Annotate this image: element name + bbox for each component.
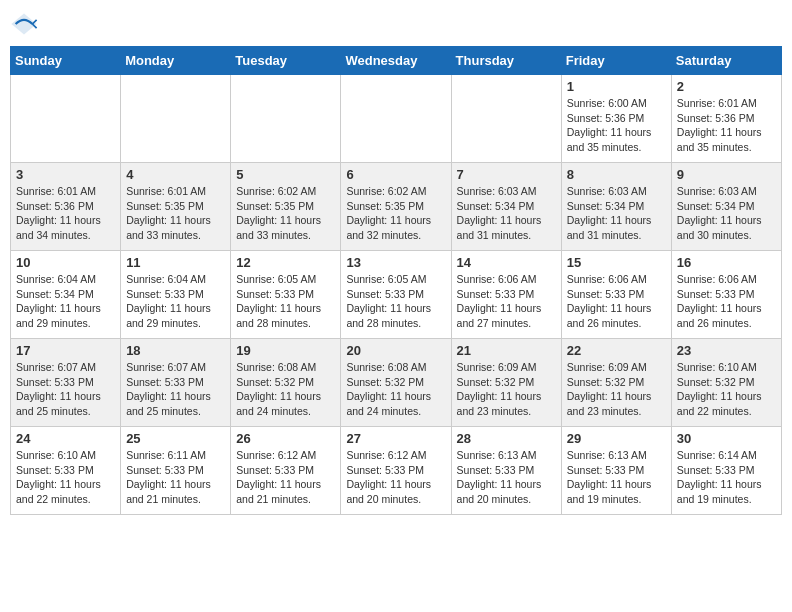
day-number: 21	[457, 343, 556, 358]
calendar-cell: 20Sunrise: 6:08 AM Sunset: 5:32 PM Dayli…	[341, 339, 451, 427]
calendar-cell: 26Sunrise: 6:12 AM Sunset: 5:33 PM Dayli…	[231, 427, 341, 515]
day-number: 17	[16, 343, 115, 358]
day-info: Sunrise: 6:01 AM Sunset: 5:36 PM Dayligh…	[677, 96, 776, 155]
day-info: Sunrise: 6:03 AM Sunset: 5:34 PM Dayligh…	[457, 184, 556, 243]
day-info: Sunrise: 6:08 AM Sunset: 5:32 PM Dayligh…	[236, 360, 335, 419]
day-number: 26	[236, 431, 335, 446]
weekday-thursday: Thursday	[451, 47, 561, 75]
day-info: Sunrise: 6:07 AM Sunset: 5:33 PM Dayligh…	[16, 360, 115, 419]
day-info: Sunrise: 6:09 AM Sunset: 5:32 PM Dayligh…	[567, 360, 666, 419]
calendar-cell: 27Sunrise: 6:12 AM Sunset: 5:33 PM Dayli…	[341, 427, 451, 515]
day-info: Sunrise: 6:10 AM Sunset: 5:32 PM Dayligh…	[677, 360, 776, 419]
weekday-monday: Monday	[121, 47, 231, 75]
day-info: Sunrise: 6:10 AM Sunset: 5:33 PM Dayligh…	[16, 448, 115, 507]
weekday-wednesday: Wednesday	[341, 47, 451, 75]
day-number: 16	[677, 255, 776, 270]
calendar-week-1: 1Sunrise: 6:00 AM Sunset: 5:36 PM Daylig…	[11, 75, 782, 163]
logo-icon	[10, 10, 38, 38]
calendar-cell: 5Sunrise: 6:02 AM Sunset: 5:35 PM Daylig…	[231, 163, 341, 251]
day-number: 10	[16, 255, 115, 270]
day-number: 15	[567, 255, 666, 270]
calendar-cell: 4Sunrise: 6:01 AM Sunset: 5:35 PM Daylig…	[121, 163, 231, 251]
day-number: 24	[16, 431, 115, 446]
calendar-cell: 12Sunrise: 6:05 AM Sunset: 5:33 PM Dayli…	[231, 251, 341, 339]
day-number: 19	[236, 343, 335, 358]
calendar-cell: 19Sunrise: 6:08 AM Sunset: 5:32 PM Dayli…	[231, 339, 341, 427]
day-number: 13	[346, 255, 445, 270]
calendar-cell	[121, 75, 231, 163]
day-info: Sunrise: 6:04 AM Sunset: 5:33 PM Dayligh…	[126, 272, 225, 331]
calendar-week-2: 3Sunrise: 6:01 AM Sunset: 5:36 PM Daylig…	[11, 163, 782, 251]
day-number: 1	[567, 79, 666, 94]
day-number: 27	[346, 431, 445, 446]
calendar-cell	[231, 75, 341, 163]
day-info: Sunrise: 6:00 AM Sunset: 5:36 PM Dayligh…	[567, 96, 666, 155]
day-info: Sunrise: 6:13 AM Sunset: 5:33 PM Dayligh…	[457, 448, 556, 507]
calendar-cell: 29Sunrise: 6:13 AM Sunset: 5:33 PM Dayli…	[561, 427, 671, 515]
calendar-cell: 8Sunrise: 6:03 AM Sunset: 5:34 PM Daylig…	[561, 163, 671, 251]
day-number: 29	[567, 431, 666, 446]
day-number: 30	[677, 431, 776, 446]
calendar-cell: 23Sunrise: 6:10 AM Sunset: 5:32 PM Dayli…	[671, 339, 781, 427]
day-number: 23	[677, 343, 776, 358]
calendar-cell	[11, 75, 121, 163]
day-number: 3	[16, 167, 115, 182]
weekday-friday: Friday	[561, 47, 671, 75]
day-info: Sunrise: 6:12 AM Sunset: 5:33 PM Dayligh…	[236, 448, 335, 507]
page-header	[10, 10, 782, 38]
day-info: Sunrise: 6:05 AM Sunset: 5:33 PM Dayligh…	[236, 272, 335, 331]
day-number: 12	[236, 255, 335, 270]
day-number: 18	[126, 343, 225, 358]
day-info: Sunrise: 6:02 AM Sunset: 5:35 PM Dayligh…	[236, 184, 335, 243]
day-number: 28	[457, 431, 556, 446]
day-number: 14	[457, 255, 556, 270]
calendar-cell: 18Sunrise: 6:07 AM Sunset: 5:33 PM Dayli…	[121, 339, 231, 427]
day-number: 8	[567, 167, 666, 182]
calendar-cell	[451, 75, 561, 163]
day-number: 20	[346, 343, 445, 358]
day-info: Sunrise: 6:05 AM Sunset: 5:33 PM Dayligh…	[346, 272, 445, 331]
calendar-cell: 14Sunrise: 6:06 AM Sunset: 5:33 PM Dayli…	[451, 251, 561, 339]
weekday-saturday: Saturday	[671, 47, 781, 75]
calendar-cell: 9Sunrise: 6:03 AM Sunset: 5:34 PM Daylig…	[671, 163, 781, 251]
calendar-week-3: 10Sunrise: 6:04 AM Sunset: 5:34 PM Dayli…	[11, 251, 782, 339]
calendar-week-5: 24Sunrise: 6:10 AM Sunset: 5:33 PM Dayli…	[11, 427, 782, 515]
calendar-cell: 28Sunrise: 6:13 AM Sunset: 5:33 PM Dayli…	[451, 427, 561, 515]
calendar-cell: 1Sunrise: 6:00 AM Sunset: 5:36 PM Daylig…	[561, 75, 671, 163]
day-info: Sunrise: 6:06 AM Sunset: 5:33 PM Dayligh…	[677, 272, 776, 331]
calendar-cell: 21Sunrise: 6:09 AM Sunset: 5:32 PM Dayli…	[451, 339, 561, 427]
calendar-cell: 30Sunrise: 6:14 AM Sunset: 5:33 PM Dayli…	[671, 427, 781, 515]
calendar-cell: 2Sunrise: 6:01 AM Sunset: 5:36 PM Daylig…	[671, 75, 781, 163]
day-info: Sunrise: 6:06 AM Sunset: 5:33 PM Dayligh…	[567, 272, 666, 331]
day-info: Sunrise: 6:13 AM Sunset: 5:33 PM Dayligh…	[567, 448, 666, 507]
day-number: 5	[236, 167, 335, 182]
calendar-cell: 13Sunrise: 6:05 AM Sunset: 5:33 PM Dayli…	[341, 251, 451, 339]
day-info: Sunrise: 6:02 AM Sunset: 5:35 PM Dayligh…	[346, 184, 445, 243]
calendar-cell: 25Sunrise: 6:11 AM Sunset: 5:33 PM Dayli…	[121, 427, 231, 515]
day-number: 9	[677, 167, 776, 182]
calendar-cell: 16Sunrise: 6:06 AM Sunset: 5:33 PM Dayli…	[671, 251, 781, 339]
calendar-cell: 15Sunrise: 6:06 AM Sunset: 5:33 PM Dayli…	[561, 251, 671, 339]
day-info: Sunrise: 6:14 AM Sunset: 5:33 PM Dayligh…	[677, 448, 776, 507]
day-info: Sunrise: 6:07 AM Sunset: 5:33 PM Dayligh…	[126, 360, 225, 419]
calendar-body: 1Sunrise: 6:00 AM Sunset: 5:36 PM Daylig…	[11, 75, 782, 515]
calendar-cell: 24Sunrise: 6:10 AM Sunset: 5:33 PM Dayli…	[11, 427, 121, 515]
calendar-cell: 3Sunrise: 6:01 AM Sunset: 5:36 PM Daylig…	[11, 163, 121, 251]
day-number: 7	[457, 167, 556, 182]
calendar: SundayMondayTuesdayWednesdayThursdayFrid…	[10, 46, 782, 515]
calendar-cell	[341, 75, 451, 163]
day-info: Sunrise: 6:08 AM Sunset: 5:32 PM Dayligh…	[346, 360, 445, 419]
day-info: Sunrise: 6:03 AM Sunset: 5:34 PM Dayligh…	[677, 184, 776, 243]
weekday-sunday: Sunday	[11, 47, 121, 75]
day-info: Sunrise: 6:03 AM Sunset: 5:34 PM Dayligh…	[567, 184, 666, 243]
day-number: 6	[346, 167, 445, 182]
calendar-cell: 17Sunrise: 6:07 AM Sunset: 5:33 PM Dayli…	[11, 339, 121, 427]
day-number: 2	[677, 79, 776, 94]
calendar-header: SundayMondayTuesdayWednesdayThursdayFrid…	[11, 47, 782, 75]
calendar-cell: 7Sunrise: 6:03 AM Sunset: 5:34 PM Daylig…	[451, 163, 561, 251]
calendar-cell: 10Sunrise: 6:04 AM Sunset: 5:34 PM Dayli…	[11, 251, 121, 339]
weekday-tuesday: Tuesday	[231, 47, 341, 75]
calendar-cell: 11Sunrise: 6:04 AM Sunset: 5:33 PM Dayli…	[121, 251, 231, 339]
day-info: Sunrise: 6:04 AM Sunset: 5:34 PM Dayligh…	[16, 272, 115, 331]
weekday-header-row: SundayMondayTuesdayWednesdayThursdayFrid…	[11, 47, 782, 75]
